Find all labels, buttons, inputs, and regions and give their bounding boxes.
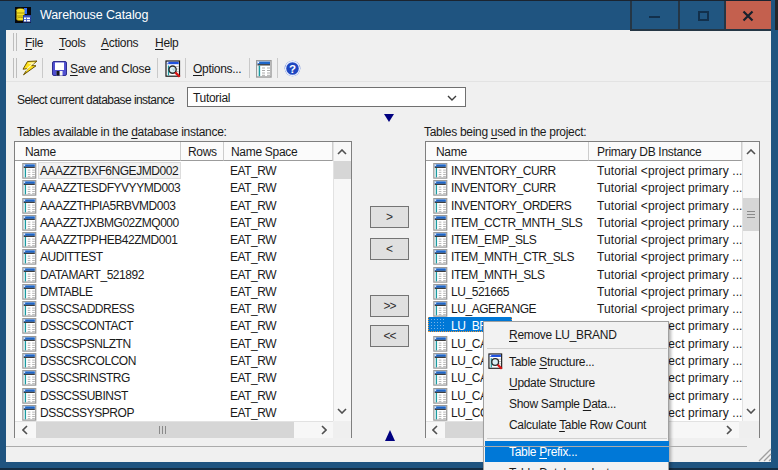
svg-text:?: ?: [289, 63, 296, 75]
